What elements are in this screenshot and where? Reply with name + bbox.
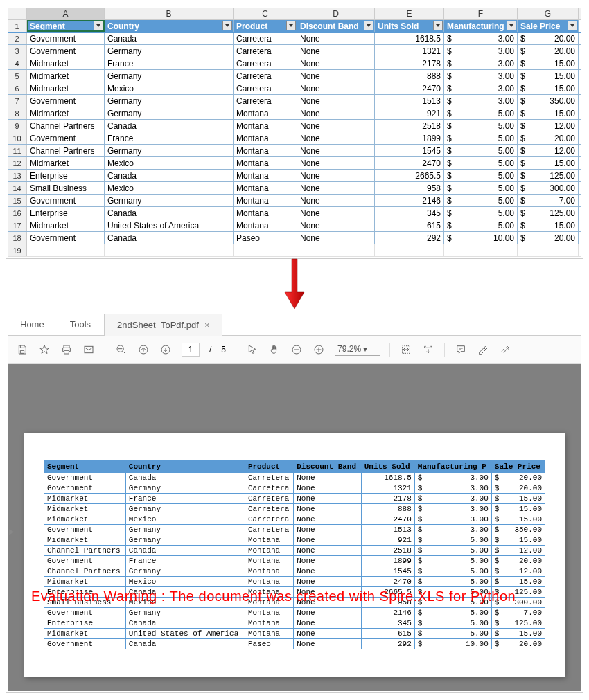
col-header-G[interactable]: G — [518, 8, 579, 19]
filter-dropdown-icon[interactable] — [507, 21, 516, 30]
cell[interactable]: 1899 — [375, 132, 444, 144]
cell[interactable]: Government — [27, 95, 105, 107]
sign-icon[interactable] — [499, 343, 511, 356]
cell[interactable]: Midmarket — [27, 157, 105, 169]
cell[interactable]: $3.00 — [444, 45, 518, 57]
cell[interactable]: 292 — [375, 232, 444, 244]
cell[interactable]: Channel Partners — [27, 145, 105, 156]
cell[interactable]: United States of America — [105, 219, 234, 231]
cell[interactable]: $7.00 — [518, 195, 579, 206]
cell[interactable]: $20.00 — [518, 232, 579, 244]
row-header[interactable]: 10 — [8, 132, 27, 144]
row-header[interactable]: 16 — [8, 207, 27, 219]
row-header[interactable]: 18 — [8, 232, 27, 244]
cell[interactable]: $5.00 — [444, 132, 518, 144]
cell[interactable]: None — [297, 70, 375, 82]
cell[interactable]: Government — [27, 45, 105, 57]
cell[interactable]: 2665.5 — [375, 170, 444, 181]
cell[interactable]: $5.00 — [444, 157, 518, 169]
cell[interactable]: 921 — [375, 107, 444, 119]
cell[interactable]: Canada — [105, 120, 234, 132]
cell[interactable] — [27, 244, 105, 256]
tab-home[interactable]: Home — [8, 314, 58, 335]
header-cell[interactable]: Product — [234, 20, 297, 32]
cell[interactable]: None — [297, 107, 375, 119]
cell[interactable]: Midmarket — [27, 82, 105, 94]
tab-close-icon[interactable]: × — [204, 320, 210, 330]
cell[interactable]: Canada — [105, 207, 234, 219]
cell[interactable]: 888 — [375, 70, 444, 82]
cell[interactable]: Carretera — [234, 57, 297, 69]
cell[interactable]: 345 — [375, 207, 444, 219]
cell[interactable]: $5.00 — [444, 120, 518, 132]
select-all-corner[interactable] — [8, 8, 27, 19]
zoom-out-icon[interactable] — [115, 343, 128, 356]
col-header-C[interactable]: C — [234, 8, 297, 19]
cell[interactable]: Mexico — [105, 157, 234, 169]
row-header[interactable]: 2 — [8, 33, 27, 44]
cell[interactable]: 1545 — [375, 145, 444, 156]
cell[interactable]: $20.00 — [518, 45, 579, 57]
cell[interactable]: None — [297, 33, 375, 44]
cell[interactable]: 2146 — [375, 195, 444, 206]
row-header[interactable]: 4 — [8, 57, 27, 69]
cell[interactable]: $5.00 — [444, 107, 518, 119]
cell[interactable]: Montana — [234, 170, 297, 181]
header-cell[interactable]: Manufacturing — [444, 20, 518, 32]
cell[interactable]: Canada — [105, 33, 234, 44]
cell[interactable]: Montana — [234, 182, 297, 194]
cell[interactable]: $5.00 — [444, 219, 518, 231]
cell[interactable]: Montana — [234, 219, 297, 231]
panel-expand-icon[interactable]: ▶ — [9, 528, 15, 535]
row-header[interactable]: 3 — [8, 45, 27, 57]
cell[interactable]: $5.00 — [444, 195, 518, 206]
cell[interactable]: 958 — [375, 182, 444, 194]
cell[interactable]: Germany — [105, 107, 234, 119]
cell[interactable]: Channel Partners — [27, 120, 105, 132]
row-header[interactable]: 14 — [8, 182, 27, 194]
cell[interactable]: Paseo — [234, 232, 297, 244]
fit-page-icon[interactable] — [422, 343, 434, 356]
row-header[interactable]: 7 — [8, 95, 27, 107]
cell[interactable]: Government — [27, 132, 105, 144]
cell[interactable]: Montana — [234, 195, 297, 206]
cell[interactable]: 1618.5 — [375, 33, 444, 44]
cell[interactable]: None — [297, 195, 375, 206]
col-header-F[interactable]: F — [444, 8, 518, 19]
row-header[interactable]: 19 — [8, 244, 27, 256]
row-header[interactable]: 17 — [8, 219, 27, 231]
filter-dropdown-icon[interactable] — [94, 21, 103, 30]
zoom-plus-icon[interactable] — [313, 343, 325, 356]
cell[interactable]: 2470 — [375, 157, 444, 169]
cell[interactable]: None — [297, 57, 375, 69]
cell[interactable]: None — [297, 82, 375, 94]
cell[interactable]: None — [297, 157, 375, 169]
filter-dropdown-icon[interactable] — [364, 21, 373, 30]
fit-width-icon[interactable] — [400, 343, 412, 356]
comment-icon[interactable] — [455, 343, 467, 356]
zoom-minus-icon[interactable] — [290, 343, 303, 356]
cell[interactable]: Germany — [105, 70, 234, 82]
cell[interactable]: $5.00 — [444, 207, 518, 219]
cell[interactable] — [375, 244, 444, 256]
email-icon[interactable] — [82, 343, 95, 356]
header-cell[interactable]: Sale Price — [518, 20, 579, 32]
cell[interactable]: Mexico — [105, 182, 234, 194]
cell[interactable]: Midmarket — [27, 57, 105, 69]
header-cell[interactable]: Country — [105, 20, 234, 32]
filter-dropdown-icon[interactable] — [222, 21, 232, 30]
pdf-body[interactable]: ▶ SegmentCountryProductDiscount BandUnit… — [8, 364, 581, 691]
cell[interactable]: None — [297, 182, 375, 194]
cell[interactable]: $3.00 — [444, 95, 518, 107]
zoom-select[interactable]: 79.2% ▾ — [335, 343, 380, 356]
cell[interactable]: 615 — [375, 219, 444, 231]
page-up-icon[interactable] — [137, 343, 150, 356]
cell[interactable]: $20.00 — [518, 33, 579, 44]
cell[interactable]: $125.00 — [518, 207, 579, 219]
col-header-E[interactable]: E — [375, 8, 444, 19]
star-icon[interactable] — [38, 343, 51, 356]
row-header[interactable]: 1 — [8, 20, 27, 32]
cell[interactable]: Montana — [234, 107, 297, 119]
col-header-A[interactable]: A — [27, 8, 105, 19]
filter-dropdown-icon[interactable] — [568, 21, 577, 30]
